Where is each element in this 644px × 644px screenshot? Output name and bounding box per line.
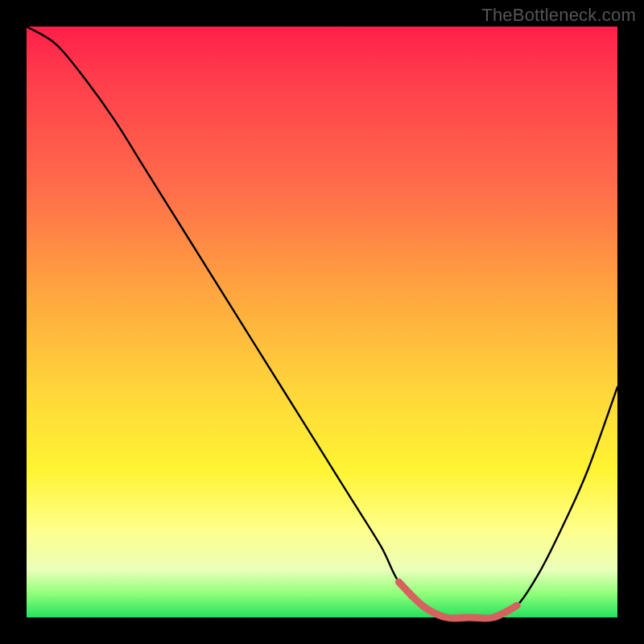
watermark-text: TheBottleneck.com xyxy=(481,5,636,26)
plot-area xyxy=(27,27,617,617)
bottleneck-curve-line xyxy=(27,27,617,618)
bottleneck-curve-highlight xyxy=(398,582,517,618)
curve-svg xyxy=(27,27,617,617)
chart-frame: TheBottleneck.com xyxy=(0,0,644,644)
